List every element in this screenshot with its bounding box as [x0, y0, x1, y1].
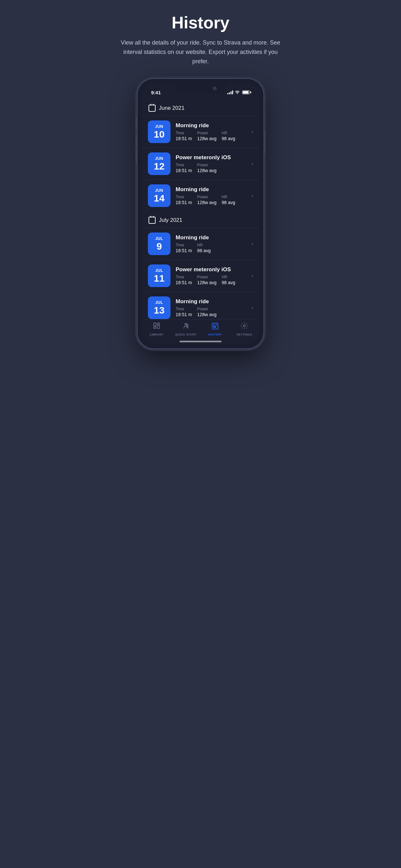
ride-name: Power meteronly iOS: [176, 154, 249, 161]
ride-date-badge: JUL 13: [148, 297, 171, 319]
svg-rect-3: [154, 327, 156, 329]
chevron-right-icon: ›: [251, 193, 253, 198]
ride-stats: Time 18:51 m Power 128w avg HR 98 avg: [176, 131, 249, 141]
stat-group: HR 98 avg: [222, 195, 235, 205]
chevron-right-icon: ›: [251, 305, 253, 311]
month-header: June 2021: [142, 99, 259, 116]
svg-rect-0: [154, 323, 156, 326]
tab-label-history: HISTORY: [208, 333, 222, 336]
ride-name: Morning ride: [176, 186, 249, 193]
date-day: 14: [154, 193, 164, 204]
date-month: JUL: [155, 300, 163, 305]
ride-info: Morning ride Time 18:51 m Power 128w avg: [176, 186, 249, 205]
page-title: History: [117, 13, 284, 32]
stat-group: HR 98 avg: [222, 275, 235, 285]
calendar-icon: [149, 104, 156, 112]
stat-label: HR: [197, 243, 211, 247]
app-content: June 2021 JUN 10 Morning ride Time 18:51…: [142, 99, 259, 319]
stat-value: 128w avg: [197, 200, 217, 205]
chevron-right-icon: ›: [251, 129, 253, 135]
stat-label: HR: [222, 195, 235, 199]
ride-item[interactable]: JUL 9 Morning ride Time 18:51 m HR 98 av…: [142, 228, 259, 259]
stat-value: 128w avg: [197, 168, 217, 173]
tab-label-settings: SETTINGS: [236, 333, 252, 336]
ride-name: Morning ride: [176, 299, 249, 305]
stat-group: Time 18:51 m: [176, 163, 192, 173]
svg-rect-1: [157, 323, 159, 324]
ride-item[interactable]: JUL 11 Power meteronly iOS Time 18:51 m …: [142, 259, 259, 291]
svg-rect-7: [212, 323, 218, 329]
tab-settings[interactable]: SETTINGS: [233, 322, 256, 336]
stat-label: HR: [222, 275, 235, 279]
stat-label: Power: [197, 307, 217, 311]
calendar-icon: [149, 217, 156, 224]
stat-group: Time 18:51 m: [176, 275, 192, 285]
stat-value: 18:51 m: [176, 136, 192, 141]
month-label: July 2021: [159, 217, 182, 223]
wifi-icon: [235, 90, 240, 95]
ride-stats: Time 18:51 m Power 128w avg HR 98 avg: [176, 275, 249, 285]
svg-point-13: [243, 325, 245, 327]
home-indicator: [142, 341, 259, 344]
date-month: JUN: [155, 156, 163, 161]
month-label: June 2021: [159, 105, 184, 112]
tab-history[interactable]: HISTORY: [204, 322, 226, 336]
ride-stats: Time 18:51 m Power 128w avg HR 98 avg: [176, 195, 249, 205]
ride-info: Power meteronly iOS Time 18:51 m Power 1…: [176, 267, 249, 285]
tab-bar: LIBRARY QUICK START HISTORY SETTINGS: [142, 319, 259, 341]
battery-icon: [242, 90, 250, 94]
ride-date-badge: JUL 9: [148, 232, 171, 255]
chevron-right-icon: ›: [251, 241, 253, 247]
tab-quick-start[interactable]: QUICK START: [175, 322, 197, 336]
stat-label: Time: [176, 163, 192, 167]
ride-name: Morning ride: [176, 235, 249, 241]
history-icon: [211, 322, 219, 332]
stat-value: 98 avg: [197, 248, 211, 253]
svg-point-6: [187, 324, 188, 326]
ride-item[interactable]: JUL 13 Morning ride Time 18:51 m Power 1…: [142, 291, 259, 319]
ride-item[interactable]: JUN 12 Power meteronly iOS Time 18:51 m …: [142, 148, 259, 180]
svg-rect-12: [215, 327, 216, 328]
stat-label: Time: [176, 307, 192, 311]
stat-value: 98 avg: [222, 280, 235, 285]
stat-group: Time 18:51 m: [176, 307, 192, 317]
stat-value: 18:51 m: [176, 168, 192, 173]
svg-rect-2: [157, 326, 159, 329]
ride-name: Power meteronly iOS: [176, 267, 249, 273]
tab-label-quick-start: QUICK START: [175, 333, 197, 336]
date-day: 11: [154, 273, 164, 283]
ride-date-badge: JUN 14: [148, 184, 171, 207]
ride-stats: Time 18:51 m HR 98 avg: [176, 243, 249, 253]
signal-bars-icon: [227, 90, 233, 94]
stat-value: 128w avg: [197, 280, 217, 285]
stat-label: Power: [197, 275, 217, 279]
stat-group: Time 18:51 m: [176, 195, 192, 205]
month-header: July 2021: [142, 212, 259, 228]
ride-info: Morning ride Time 18:51 m Power 128w avg: [176, 299, 249, 317]
stat-value: 18:51 m: [176, 312, 192, 317]
stat-value: 128w avg: [197, 136, 217, 141]
phone-shell: 9:41 June 2021: [137, 79, 264, 348]
date-day: 13: [154, 305, 164, 315]
phone-screen: 9:41 June 2021: [142, 83, 259, 344]
stat-label: HR: [222, 131, 235, 135]
stat-value: 98 avg: [222, 200, 235, 205]
date-month: JUN: [155, 188, 163, 193]
tab-label-library: LIBRARY: [150, 333, 164, 336]
library-icon: [153, 322, 160, 332]
ride-stats: Time 18:51 m Power 128w avg: [176, 163, 249, 173]
stat-value: 98 avg: [222, 136, 235, 141]
stat-label: Time: [176, 275, 192, 279]
ride-item[interactable]: JUN 10 Morning ride Time 18:51 m Power 1…: [142, 116, 259, 148]
stat-group: Power 128w avg: [197, 307, 217, 317]
ride-name: Morning ride: [176, 122, 249, 129]
tab-library[interactable]: LIBRARY: [145, 322, 168, 336]
chevron-right-icon: ›: [251, 161, 253, 166]
status-time: 9:41: [151, 90, 161, 95]
status-icons: [227, 90, 250, 95]
stat-label: Power: [197, 163, 217, 167]
ride-item[interactable]: JUN 14 Morning ride Time 18:51 m Power 1…: [142, 180, 259, 212]
ride-info: Morning ride Time 18:51 m Power 128w avg: [176, 122, 249, 141]
ride-date-badge: JUN 12: [148, 152, 171, 175]
stat-group: Power 128w avg: [197, 163, 217, 173]
